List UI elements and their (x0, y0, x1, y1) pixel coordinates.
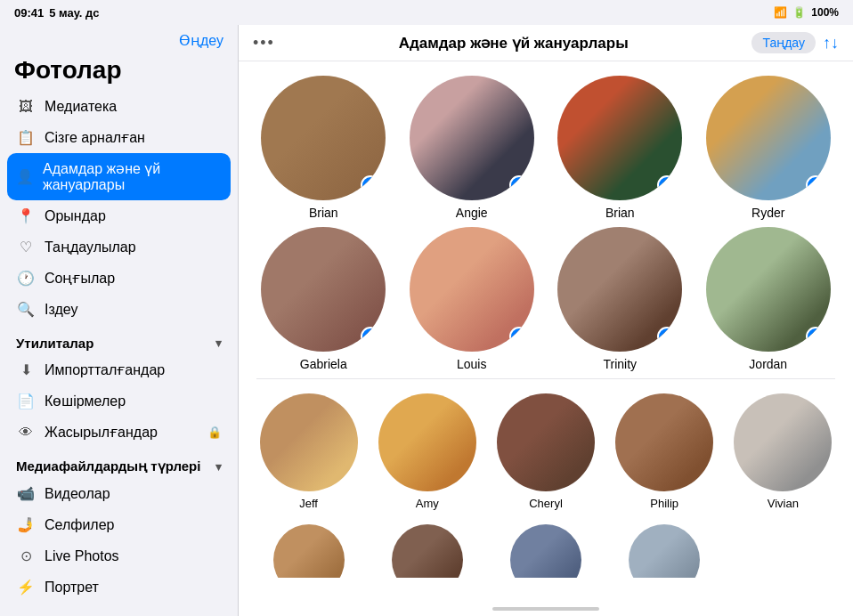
sidebar-title: Фотолар (0, 53, 238, 92)
person-item-jeff[interactable]: Jeff (256, 393, 361, 510)
favorite-badge-angie: ♥ (509, 175, 529, 195)
person-item-louis[interactable]: ♥ Louis (405, 227, 540, 371)
person-item-gabriela[interactable]: ♥ Gabriela (256, 227, 391, 371)
person-name-amy: Amy (416, 497, 439, 510)
sidebar-label-live: Live Photos (45, 548, 119, 564)
favorites-icon: ♡ (16, 239, 36, 255)
person-name-brian1: Brian (309, 206, 338, 220)
sidebar-item-places[interactable]: 📍 Орындар (7, 200, 231, 231)
sidebar-label-foryou: Сізге арналған (45, 129, 145, 146)
person-item-ryder[interactable]: ♥ Ryder (702, 76, 836, 220)
person-name-louis: Louis (457, 357, 486, 371)
people-grid-row4 (256, 524, 835, 578)
sidebar-label-people: Адамдар және үй жануарлары (43, 160, 222, 193)
live-photos-icon: ⊙ (16, 547, 36, 564)
sidebar-label-portrait: Портрет (45, 580, 99, 596)
utilities-chevron: ▾ (215, 336, 222, 350)
person-item-jordan[interactable]: ♥ Jordan (702, 227, 836, 371)
section-divider (256, 378, 835, 379)
person-name-philip: Philip (650, 497, 678, 510)
sidebar-label-imports: Импортталғандар (45, 361, 165, 378)
person-item-brian1[interactable]: ♥ Brian (256, 76, 391, 220)
people-icon: 👤 (16, 168, 34, 185)
person-name-gabriela: Gabriela (300, 357, 347, 371)
person-name-jordan: Jordan (749, 357, 787, 371)
person-name-ryder: Ryder (751, 206, 784, 220)
person-item-amy[interactable]: Amy (375, 393, 479, 510)
favorite-badge-louis: ♥ (509, 327, 529, 346)
person-item-row4c[interactable] (493, 524, 597, 578)
sidebar: Өңдеу Фотолар 🖼 Медиатека 📋 Сізге арналғ… (0, 25, 239, 616)
sidebar-item-videos[interactable]: 📹 Видеолар (7, 478, 231, 509)
favorite-badge-gabriela: ♥ (361, 327, 380, 346)
sidebar-label-videos: Видеолар (45, 486, 110, 502)
utilities-section-label[interactable]: Утилиталар ▾ (0, 325, 238, 354)
person-name-cheryl: Cheryl (529, 497, 563, 510)
sidebar-item-search[interactable]: 🔍 Іздеу (7, 294, 231, 325)
favorite-badge-ryder: ♥ (806, 175, 825, 195)
favorite-badge-brian2: ♥ (657, 175, 677, 195)
favorite-badge-brian1: ♥ (361, 175, 380, 195)
wifi-icon: 📶 (774, 6, 787, 19)
person-item-angie[interactable]: ♥ Angie (405, 76, 540, 220)
favorite-badge-jordan: ♥ (806, 327, 825, 346)
sidebar-item-duplicates[interactable]: 📄 Көшірмелер (7, 385, 231, 417)
sidebar-item-people[interactable]: 👤 Адамдар және үй жануарлары (7, 153, 231, 200)
person-item-cheryl[interactable]: Cheryl (493, 393, 597, 510)
content-title: Адамдар және үй жануарлары (275, 34, 752, 53)
imports-icon: ⬇ (16, 361, 36, 378)
person-item-row4a[interactable] (256, 524, 361, 578)
favorite-badge-trinity: ♥ (657, 327, 677, 346)
edit-button[interactable]: Өңдеу (179, 32, 223, 49)
lock-icon: 🔒 (207, 426, 222, 439)
sidebar-item-imports[interactable]: ⬇ Импортталғандар (7, 354, 231, 385)
places-icon: 📍 (16, 207, 36, 224)
videos-icon: 📹 (16, 485, 36, 502)
sidebar-label-library: Медиатека (45, 99, 117, 115)
person-name-brian2: Brian (605, 206, 635, 220)
sidebar-item-recents[interactable]: 🕐 Соңғылар (7, 263, 231, 294)
home-indicator-bar (239, 602, 853, 616)
person-name-jeff: Jeff (299, 497, 318, 510)
sidebar-item-hidden[interactable]: 👁 Жасырылғандар 🔒 (7, 417, 231, 448)
recents-icon: 🕐 (16, 270, 36, 287)
person-name-angie: Angie (456, 206, 488, 220)
selfies-icon: 🤳 (16, 516, 36, 533)
sidebar-item-selfies[interactable]: 🤳 Селфилер (7, 509, 231, 540)
grid-container: ♥ Brian ♥ Angie ♥ Brian (239, 61, 853, 602)
battery-icon: 🔋 (792, 6, 806, 19)
sidebar-item-foryou[interactable]: 📋 Сізге арналған (7, 122, 231, 153)
sidebar-label-places: Орындар (45, 208, 106, 224)
person-item-brian2[interactable]: ♥ Brian (553, 76, 687, 220)
person-item-row4d[interactable] (613, 524, 717, 578)
person-item-trinity[interactable]: ♥ Trinity (553, 227, 687, 371)
person-item-vivian[interactable]: Vivian (731, 393, 835, 510)
person-item-row4b[interactable] (375, 524, 479, 578)
sidebar-item-library[interactable]: 🖼 Медиатека (7, 92, 231, 122)
sidebar-item-live[interactable]: ⊙ Live Photos (7, 540, 231, 571)
portrait-icon: ⚡ (16, 579, 36, 596)
sidebar-label-selfies: Селфилер (45, 517, 115, 533)
sidebar-label-recents: Соңғылар (45, 270, 115, 287)
content-area: ••• Адамдар және үй жануарлары Таңдау ↑↓… (239, 25, 853, 616)
person-name-trinity: Trinity (603, 357, 637, 371)
people-grid-row3: Jeff Amy Cheryl Philip Vivian (256, 393, 835, 510)
sidebar-label-hidden: Жасырылғандар (45, 424, 158, 441)
sidebar-label-duplicates: Көшірмелер (45, 393, 126, 409)
hidden-icon: 👁 (16, 425, 36, 441)
person-item-philip[interactable]: Philip (613, 393, 717, 510)
sidebar-item-favorites[interactable]: ♡ Таңдаулылар (7, 231, 231, 263)
content-header: ••• Адамдар және үй жануарлары Таңдау ↑↓ (239, 25, 853, 61)
sidebar-label-search: Іздеу (45, 302, 77, 318)
header-dots[interactable]: ••• (253, 34, 275, 53)
mediatypes-section-label[interactable]: Медиафайлдардың түрлері ▾ (0, 448, 238, 478)
select-button[interactable]: Таңдау (751, 32, 816, 53)
status-bar: 09:41 5 мау. дс 📶 🔋 100% (0, 0, 853, 25)
library-icon: 🖼 (16, 99, 36, 115)
status-date: 5 мау. дс (49, 6, 99, 20)
mediatypes-chevron: ▾ (215, 460, 222, 474)
duplicates-icon: 📄 (16, 393, 36, 409)
sidebar-item-portrait[interactable]: ⚡ Портрет (7, 571, 231, 603)
status-time: 09:41 (14, 6, 44, 20)
sort-button[interactable]: ↑↓ (823, 34, 839, 53)
